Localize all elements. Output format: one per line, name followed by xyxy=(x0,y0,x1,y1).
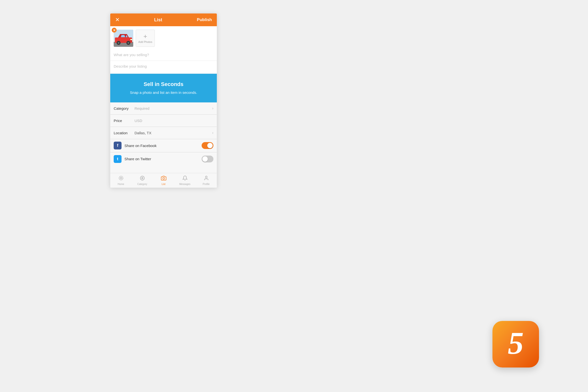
category-chevron-icon: › xyxy=(212,106,214,110)
category-icon xyxy=(140,176,145,182)
twitter-icon: t xyxy=(114,155,122,163)
facebook-share-row: f Share on Facebook xyxy=(110,139,217,152)
nav-label-messages: Messages xyxy=(179,183,190,186)
nav-item-category[interactable]: Category xyxy=(132,173,153,188)
svg-rect-11 xyxy=(130,39,132,40)
facebook-share-label: Share on Facebook xyxy=(124,144,202,148)
promo-subtitle: Snap a photo and list an item in seconds… xyxy=(115,90,212,96)
svg-point-8 xyxy=(118,42,120,44)
svg-rect-12 xyxy=(130,40,132,42)
home-icon xyxy=(118,176,124,182)
nav-label-home: Home xyxy=(118,183,124,186)
nav-item-messages[interactable]: Messages xyxy=(174,173,196,188)
location-row[interactable]: Location Dallas, TX › xyxy=(110,127,217,139)
photos-section: ✕ xyxy=(110,26,217,49)
twitter-share-row: t Share on Twitter xyxy=(110,152,217,166)
dimmed-form-section: Category Required › Price USD Location D… xyxy=(110,102,217,173)
nav-item-profile[interactable]: Profile xyxy=(196,173,217,188)
twitter-toggle-knob xyxy=(202,156,208,162)
location-value: Dallas, TX xyxy=(134,131,212,135)
photo-item: ✕ xyxy=(114,30,133,47)
price-label: Price xyxy=(114,118,134,123)
remove-photo-button[interactable]: ✕ xyxy=(112,28,116,32)
promo-title: Sell in Seconds xyxy=(115,81,212,88)
svg-point-13 xyxy=(120,177,122,179)
facebook-toggle[interactable] xyxy=(202,142,214,149)
nav-label-list: List xyxy=(162,183,166,186)
svg-point-14 xyxy=(119,176,123,180)
svg-marker-5 xyxy=(121,35,125,37)
twitter-letter: t xyxy=(117,156,118,162)
location-label: Location xyxy=(114,131,134,135)
mobile-app: ✕ List Publish ✕ xyxy=(110,14,217,188)
app-icon-number: 5 xyxy=(508,327,524,359)
description-field[interactable] xyxy=(110,61,217,74)
facebook-icon: f xyxy=(114,142,122,150)
close-button[interactable]: ✕ xyxy=(115,17,120,23)
header-bar: ✕ List Publish xyxy=(110,14,217,26)
nav-item-list[interactable]: List xyxy=(153,173,174,188)
price-row[interactable]: Price USD xyxy=(110,115,217,127)
category-row[interactable]: Category Required › xyxy=(110,102,217,115)
add-photos-plus-icon: + xyxy=(143,33,147,40)
selling-field[interactable] xyxy=(110,49,217,61)
twitter-toggle[interactable] xyxy=(202,156,214,162)
facebook-toggle-knob xyxy=(207,143,213,148)
svg-point-17 xyxy=(163,178,164,179)
selling-input[interactable] xyxy=(114,53,214,57)
svg-point-16 xyxy=(142,178,143,179)
profile-icon xyxy=(204,176,209,182)
svg-point-10 xyxy=(128,42,129,44)
publish-button[interactable]: Publish xyxy=(197,18,212,22)
bottom-spacer xyxy=(110,166,217,173)
app-icon: 5 xyxy=(492,321,539,368)
promo-banner: Sell in Seconds Snap a photo and list an… xyxy=(110,74,217,102)
add-photos-button[interactable]: + Add Photos xyxy=(136,30,155,47)
add-photos-label: Add Photos xyxy=(138,40,152,43)
nav-label-profile: Profile xyxy=(202,183,210,186)
price-value: USD xyxy=(134,118,214,123)
location-chevron-icon: › xyxy=(212,130,214,135)
nav-label-category: Category xyxy=(137,183,147,186)
category-label: Category xyxy=(114,106,134,110)
header-title: List xyxy=(154,18,162,22)
svg-point-15 xyxy=(140,176,144,180)
list-camera-icon xyxy=(161,176,166,182)
twitter-share-label: Share on Twitter xyxy=(124,157,202,161)
description-input[interactable] xyxy=(114,64,214,68)
messages-icon xyxy=(182,176,188,182)
svg-point-18 xyxy=(205,176,207,178)
bottom-navigation: Home Category List xyxy=(110,173,217,188)
nav-item-home[interactable]: Home xyxy=(110,173,132,188)
car-photo xyxy=(114,30,133,47)
facebook-letter: f xyxy=(117,143,118,148)
category-value: Required xyxy=(134,106,212,110)
